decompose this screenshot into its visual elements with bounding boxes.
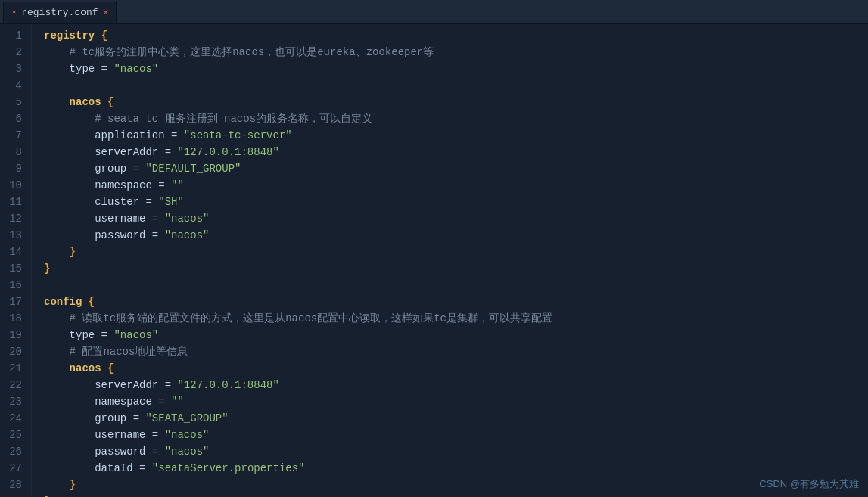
- code-line: type = "nacos": [44, 61, 868, 77]
- tab-filename: registry.conf: [21, 7, 98, 18]
- code-line: nacos {: [44, 360, 868, 377]
- close-icon[interactable]: ✕: [103, 8, 109, 17]
- code-line: namespace = "": [44, 177, 868, 194]
- code-content[interactable]: registry { # tc服务的注册中心类，这里选择nacos，也可以是eu…: [32, 24, 868, 497]
- code-line: # tc服务的注册中心类，这里选择nacos，也可以是eureka、zookee…: [44, 44, 868, 61]
- code-line: # seata tc 服务注册到 nacos的服务名称，可以自定义: [44, 110, 868, 127]
- code-line: config {: [44, 294, 868, 310]
- code-line: [44, 77, 868, 94]
- code-line: cluster = "SH": [44, 194, 868, 210]
- code-line: [44, 277, 868, 294]
- code-line: }: [44, 493, 868, 497]
- code-line: username = "nacos": [44, 427, 868, 443]
- code-line: dataId = "seataServer.properties": [44, 460, 868, 477]
- code-line: application = "seata-tc-server": [44, 127, 868, 144]
- code-line: username = "nacos": [44, 210, 868, 227]
- file-icon: ▪: [11, 7, 17, 17]
- code-line: }: [44, 244, 868, 260]
- watermark: CSDN @有多勉为其难: [759, 477, 859, 491]
- code-line: password = "nacos": [44, 227, 868, 244]
- code-line: namespace = "": [44, 393, 868, 410]
- code-line: serverAddr = "127.0.0.1:8848": [44, 377, 868, 393]
- code-line: # 读取tc服务端的配置文件的方式，这里是从nacos配置中心读取，这样如果tc…: [44, 310, 868, 327]
- code-line: nacos {: [44, 94, 868, 110]
- code-line: }: [44, 260, 868, 277]
- code-line: }: [44, 477, 868, 493]
- code-line: group = "DEFAULT_GROUP": [44, 160, 868, 177]
- tab-bar: ▪ registry.conf ✕: [0, 0, 868, 24]
- code-line: password = "nacos": [44, 443, 868, 460]
- line-numbers: 1234567891011121314151617181920212223242…: [0, 24, 32, 497]
- code-line: type = "nacos": [44, 327, 868, 343]
- code-line: group = "SEATA_GROUP": [44, 410, 868, 427]
- code-line: # 配置nacos地址等信息: [44, 343, 868, 360]
- code-line: serverAddr = "127.0.0.1:8848": [44, 144, 868, 160]
- code-area: 1234567891011121314151617181920212223242…: [0, 24, 868, 497]
- code-line: registry {: [44, 27, 868, 44]
- file-tab[interactable]: ▪ registry.conf ✕: [3, 2, 117, 23]
